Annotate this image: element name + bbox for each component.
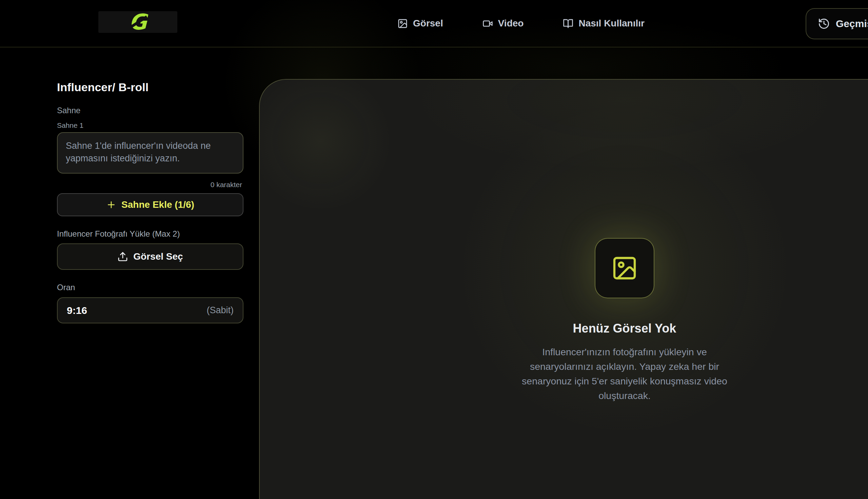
- empty-state-title: Henüz Görsel Yok: [523, 321, 726, 336]
- upload-photos-label: Influencer Fotoğrafı Yükle (Max 2): [57, 229, 180, 239]
- upload-icon: [117, 251, 128, 262]
- nav-label: Nasıl Kullanılır: [578, 18, 645, 29]
- nav-item-gorsel[interactable]: Görsel: [398, 18, 443, 29]
- scene-1-label: Sahne 1: [57, 121, 83, 130]
- nav-item-nasil-kullanilir[interactable]: Nasıl Kullanılır: [563, 18, 645, 29]
- ratio-field[interactable]: 9:16 (Sabit): [57, 297, 243, 324]
- page-title: Influencer/ B-roll: [57, 81, 148, 94]
- image-icon: [398, 18, 408, 29]
- nav-item-video[interactable]: Video: [482, 18, 524, 29]
- book-open-icon: [563, 18, 573, 29]
- add-scene-button[interactable]: Sahne Ekle (1/6): [57, 193, 243, 216]
- select-image-button[interactable]: Görsel Seç: [57, 243, 243, 270]
- history-button-label: Geçmiş: [836, 18, 868, 29]
- character-counter: 0 karakter: [57, 181, 242, 189]
- video-icon: [482, 18, 493, 29]
- empty-state-description: Influencer'ınızın fotoğrafını yükleyin v…: [513, 345, 736, 403]
- add-scene-button-label: Sahne Ekle (1/6): [121, 199, 194, 210]
- header: G Görsel Video Nasıl: [0, 0, 868, 47]
- select-image-button-label: Görsel Seç: [133, 251, 183, 262]
- history-icon: [818, 17, 830, 30]
- scene-1-textarea[interactable]: [57, 132, 243, 173]
- history-button[interactable]: Geçmiş: [806, 8, 868, 39]
- ratio-fixed-note: (Sabit): [207, 305, 234, 316]
- ratio-value: 9:16: [67, 305, 87, 316]
- nav-label: Görsel: [413, 18, 443, 29]
- image-placeholder-icon: [611, 255, 638, 282]
- app-logo[interactable]: G: [98, 11, 177, 33]
- ratio-label: Oran: [57, 283, 75, 292]
- scene-section-label: Sahne: [57, 106, 81, 115]
- preview-panel: Henüz Görsel Yok Influencer'ınızın fotoğ…: [259, 79, 868, 499]
- logo-g-icon: G: [129, 11, 147, 33]
- empty-state-icon-box: [595, 238, 655, 298]
- main-nav: Görsel Video Nasıl Kullanılır: [398, 0, 645, 47]
- plus-icon: [106, 200, 116, 210]
- nav-label: Video: [498, 18, 524, 29]
